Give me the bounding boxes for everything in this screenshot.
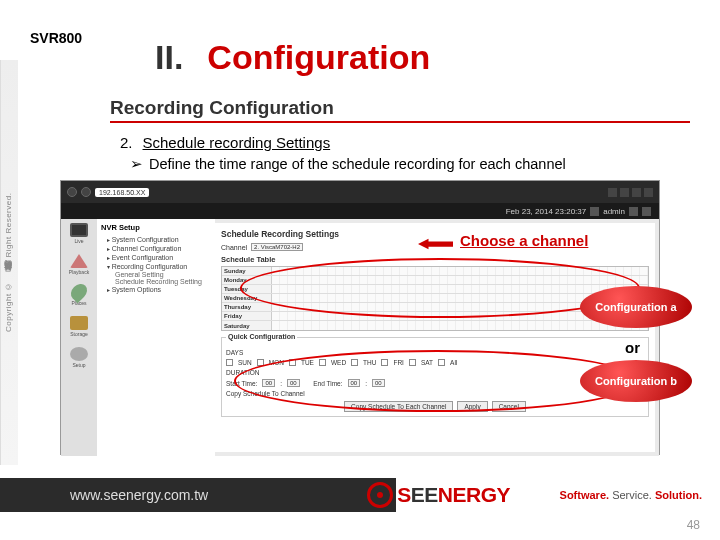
status-icon[interactable]	[642, 207, 651, 216]
annotation-choose-channel: Choose a channel	[460, 232, 588, 249]
footer-logo: SEENERGY	[367, 482, 510, 508]
bullet-line: ➢Define the time range of the schedule r…	[130, 156, 566, 172]
nav-recording[interactable]: Recording Configuration	[101, 262, 211, 271]
model-label: SVR800	[30, 30, 82, 46]
status-date: Feb 23, 2014 23:20:37	[506, 207, 587, 216]
nav-tree: NVR Setup System Configuration Channel C…	[97, 219, 215, 456]
nav-header: NVR Setup	[101, 223, 211, 232]
user-icon	[590, 207, 599, 216]
status-user: admin	[603, 207, 625, 216]
nav-back-icon[interactable]	[67, 187, 77, 197]
page-title: II.Configuration	[155, 38, 430, 77]
day-label: Saturday	[222, 321, 272, 330]
nav-event[interactable]: Event Configuration	[101, 253, 211, 262]
sidebar-playback[interactable]: Playback	[67, 254, 91, 275]
bullet-marker: ➢	[130, 156, 143, 172]
copyright-sidebar: Copyright © 茂晨科技股份有限公司 All Right Reserve…	[0, 60, 18, 465]
svg-marker-0	[418, 239, 453, 250]
bullet-text: Define the time range of the schedule re…	[149, 156, 566, 172]
nav-general[interactable]: General Setting	[101, 271, 211, 278]
status-bar: Feb 23, 2014 23:20:37 admin	[61, 203, 659, 219]
gear-icon	[70, 347, 88, 361]
sidebar-setup[interactable]: Setup	[67, 347, 91, 368]
nav-schedule[interactable]: Schedule Recording Setting	[101, 278, 211, 285]
arrow-icon	[70, 316, 88, 330]
sidebar-places[interactable]: Places	[67, 285, 91, 306]
footer-url: www.seenergy.com.tw	[70, 487, 208, 503]
cb-label: SUN	[238, 359, 252, 366]
tool-icon[interactable]	[608, 188, 617, 197]
tv-icon	[70, 223, 88, 237]
sidebar-storage[interactable]: Storage	[67, 316, 91, 337]
app-body: Live Playback Places Storage Setup NVR S…	[61, 219, 659, 456]
footer-bar: www.seenergy.com.tw SEENERGY Software. S…	[0, 478, 720, 512]
tagline: Software. Service. Solution.	[560, 489, 702, 501]
logo-mark-icon	[367, 482, 393, 508]
callout-config-a: Configuration a	[580, 286, 692, 328]
tool-icon[interactable]	[620, 188, 629, 197]
quick-config-label: Quick Configuration	[226, 333, 297, 340]
icon-label: Storage	[70, 331, 88, 337]
title-text: Configuration	[207, 38, 430, 76]
day-label: Friday	[222, 312, 272, 320]
channel-select[interactable]: 2. ViscaM702-H2	[251, 243, 303, 251]
step-number: 2.	[120, 134, 133, 151]
subtitle-underline	[110, 121, 690, 123]
nav-sysopt[interactable]: System Options	[101, 285, 211, 294]
channel-label: Channel	[221, 244, 247, 251]
warning-icon	[70, 254, 88, 268]
nav-system[interactable]: System Configuration	[101, 235, 211, 244]
day-label: Thursday	[222, 303, 272, 311]
step-text: Schedule recording Settings	[143, 134, 331, 151]
logo-text: SEENERGY	[397, 483, 510, 507]
title-numeral: II.	[155, 38, 183, 76]
sidebar-live[interactable]: Live	[67, 223, 91, 244]
icon-label: Playback	[69, 269, 89, 275]
tool-icon[interactable]	[632, 188, 641, 197]
icon-label: Setup	[72, 362, 85, 368]
callout-config-b: Configuration b	[580, 360, 692, 402]
nav-fwd-icon[interactable]	[81, 187, 91, 197]
or-label: or	[625, 339, 640, 356]
browser-toolbar: 192.168.50.XX	[61, 181, 659, 203]
page-number: 48	[687, 518, 700, 532]
status-icon[interactable]	[629, 207, 638, 216]
arrow-icon	[418, 234, 453, 255]
app-screenshot: 192.168.50.XX Feb 23, 2014 23:20:37 admi…	[60, 180, 660, 455]
subtitle: Recording Configuration	[110, 97, 334, 119]
nav-channel[interactable]: Channel Configuration	[101, 244, 211, 253]
tool-icon[interactable]	[644, 188, 653, 197]
checkbox-sun[interactable]	[226, 359, 233, 366]
icon-label: Live	[74, 238, 83, 244]
schedule-cells[interactable]	[272, 321, 648, 330]
step-line: 2.Schedule recording Settings	[120, 134, 330, 151]
address-bar[interactable]: 192.168.50.XX	[95, 188, 149, 197]
days-label: DAYS	[226, 349, 243, 356]
schedule-row: Saturday	[222, 321, 648, 330]
icon-sidebar: Live Playback Places Storage Setup	[61, 219, 97, 456]
